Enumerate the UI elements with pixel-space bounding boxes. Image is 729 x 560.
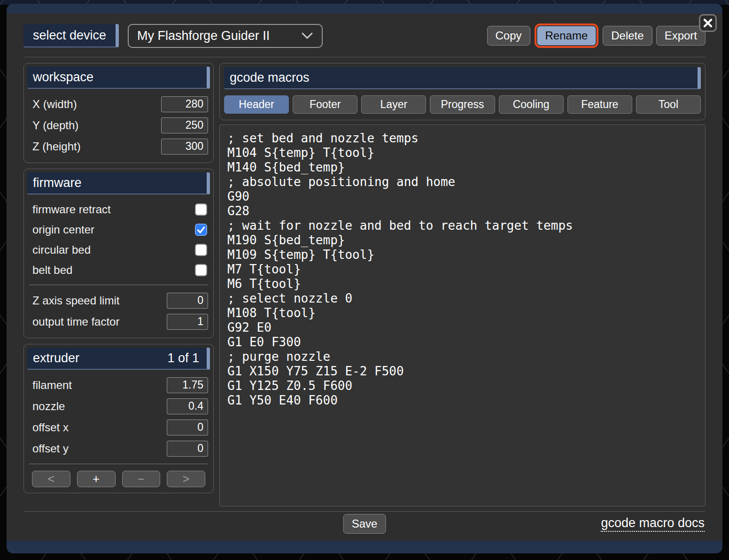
- settings-columns: workspace X (width) Y (depth) Z (height): [23, 63, 706, 506]
- field-label: output time factor: [32, 315, 119, 328]
- extruder-nav: < + − >: [27, 469, 210, 487]
- x-width-input[interactable]: [161, 96, 208, 112]
- field-row: Z (height): [27, 136, 210, 157]
- checkbox-label: firmware retract: [32, 203, 111, 216]
- dialog-footer: Save gcode macro docs: [23, 512, 706, 536]
- tab-layer[interactable]: Layer: [361, 95, 426, 114]
- field-row: Y (depth): [27, 115, 210, 136]
- checkbox-row: origin center: [27, 219, 210, 240]
- select-device-label: select device: [23, 24, 119, 47]
- field-row: X (width): [27, 93, 210, 115]
- close-button[interactable]: [699, 14, 717, 32]
- field-label: filament: [32, 379, 72, 392]
- firmware-retract-checkbox[interactable]: [195, 203, 207, 216]
- section-title: firmware: [33, 176, 82, 190]
- checkbox-row: circular bed: [27, 240, 210, 260]
- gcode-macros-header: gcode macros: [224, 67, 701, 89]
- device-toolbar: select device My Flashforge Guider II Co…: [23, 23, 706, 48]
- field-row: nozzle: [27, 396, 210, 417]
- workspace-header: workspace: [27, 67, 210, 89]
- copy-button[interactable]: Copy: [487, 26, 530, 46]
- offset-y-input[interactable]: [167, 441, 208, 457]
- toolbar-divider: [23, 57, 706, 57]
- close-icon: [703, 18, 713, 28]
- device-settings-dialog: select device My Flashforge Guider II Co…: [7, 4, 722, 553]
- rename-button[interactable]: Rename: [537, 26, 597, 46]
- section-title: extruder: [33, 351, 79, 366]
- tab-feature[interactable]: Feature: [567, 95, 632, 114]
- chevron-down-icon: [301, 32, 313, 39]
- checkbox-row: firmware retract: [27, 199, 210, 219]
- extruder-section: extruder 1 of 1 filament nozzle offset x: [23, 344, 214, 493]
- section-title: workspace: [33, 70, 93, 85]
- section-title: gcode macros: [230, 70, 310, 85]
- z-height-input[interactable]: [161, 139, 208, 155]
- device-select-value: My Flashforge Guider II: [137, 29, 301, 43]
- checkbox-label: origin center: [32, 223, 94, 236]
- circular-bed-checkbox[interactable]: [195, 244, 207, 256]
- y-depth-input[interactable]: [161, 117, 208, 133]
- left-column: workspace X (width) Y (depth) Z (height): [23, 63, 214, 506]
- nozzle-input[interactable]: [167, 398, 208, 414]
- check-icon: [196, 225, 206, 234]
- field-row: offset x: [27, 417, 210, 438]
- workspace-section: workspace X (width) Y (depth) Z (height): [23, 63, 214, 163]
- field-row: output time factor: [27, 311, 210, 332]
- tab-header[interactable]: Header: [224, 95, 289, 114]
- dialog-top-strip: [7, 4, 722, 13]
- belt-bed-checkbox[interactable]: [195, 264, 207, 276]
- dialog-bottom-strip: [7, 541, 722, 553]
- remove-extruder-button[interactable]: −: [122, 471, 161, 487]
- gcode-macro-docs-link[interactable]: gcode macro docs: [601, 516, 705, 532]
- field-row: Z axis speed limit: [27, 290, 210, 311]
- field-label: X (width): [32, 98, 77, 111]
- save-button[interactable]: Save: [343, 514, 386, 534]
- field-label: Y (depth): [32, 119, 78, 132]
- tab-cooling[interactable]: Cooling: [499, 95, 564, 114]
- export-button[interactable]: Export: [656, 26, 706, 46]
- field-label: offset y: [32, 442, 69, 455]
- divider: [29, 464, 208, 464]
- tab-progress[interactable]: Progress: [430, 95, 495, 114]
- tab-tool[interactable]: Tool: [636, 95, 701, 114]
- firmware-header: firmware: [27, 172, 210, 194]
- device-select[interactable]: My Flashforge Guider II: [128, 24, 323, 48]
- delete-button[interactable]: Delete: [603, 26, 652, 46]
- filament-input[interactable]: [167, 377, 208, 393]
- divider: [29, 285, 208, 285]
- tab-footer[interactable]: Footer: [293, 95, 357, 114]
- origin-center-checkbox[interactable]: [195, 224, 207, 236]
- field-label: Z (height): [32, 140, 81, 153]
- next-extruder-button[interactable]: >: [167, 471, 205, 487]
- z-axis-speed-limit-input[interactable]: [167, 293, 208, 309]
- gcode-editor[interactable]: ; set bed and nozzle temps M104 S{temp} …: [219, 124, 706, 506]
- macro-tabs: Header Footer Layer Progress Cooling Fea…: [224, 95, 701, 114]
- checkbox-label: circular bed: [32, 243, 91, 257]
- offset-x-input[interactable]: [167, 420, 208, 436]
- field-label: offset x: [32, 421, 69, 434]
- right-column: gcode macros Header Footer Layer Progres…: [219, 63, 706, 506]
- checkbox-row: belt bed: [27, 260, 210, 280]
- firmware-section: firmware firmware retract origin center: [23, 169, 214, 338]
- checkbox-label: belt bed: [32, 264, 72, 277]
- extruder-header: extruder 1 of 1: [27, 348, 210, 370]
- field-label: Z axis speed limit: [32, 294, 119, 307]
- prev-extruder-button[interactable]: <: [32, 471, 70, 487]
- extruder-count: 1 of 1: [167, 351, 199, 366]
- dialog-body: select device My Flashforge Guider II Co…: [7, 13, 722, 541]
- gcode-macros-section: gcode macros Header Footer Layer Progres…: [219, 63, 706, 120]
- field-row: filament: [27, 374, 210, 396]
- field-row: offset y: [27, 438, 210, 459]
- add-extruder-button[interactable]: +: [77, 471, 116, 487]
- field-label: nozzle: [32, 400, 65, 413]
- output-time-factor-input[interactable]: [167, 314, 208, 330]
